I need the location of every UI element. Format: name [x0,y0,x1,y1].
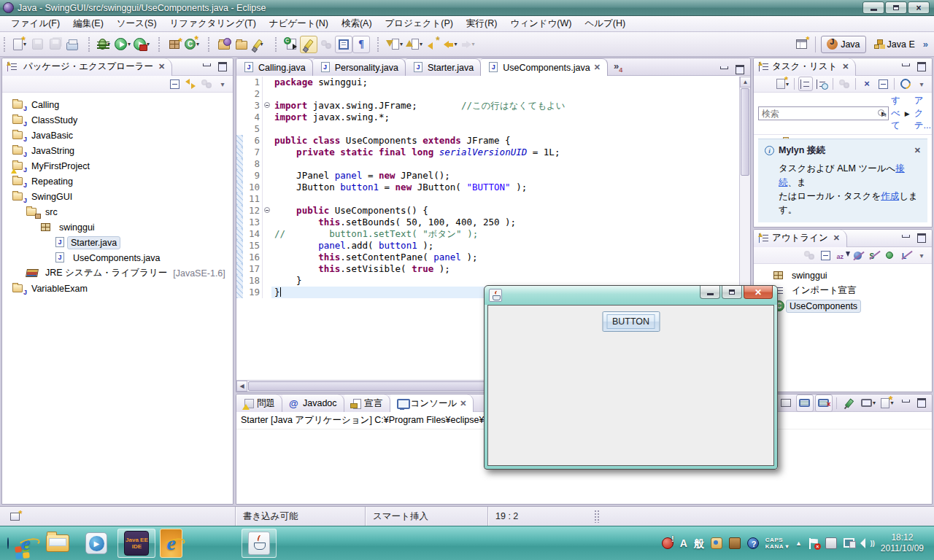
close-tab-icon[interactable]: ✕ [594,63,601,72]
pin-console-button[interactable] [841,394,858,412]
editor-tab[interactable]: Starter.java [406,58,481,76]
ime-palette-icon[interactable] [711,537,722,549]
tree-item[interactable]: JCalling [2,97,233,112]
menu-item[interactable]: 編集(E) [66,16,110,31]
console-tab-declaration[interactable]: 宣言 [344,394,390,412]
vertical-scroll-thumb[interactable] [741,88,749,176]
view-menu-button[interactable] [215,77,230,91]
maximize-view-button[interactable] [915,397,928,408]
link-editor-button[interactable] [183,77,198,91]
console-tab-console[interactable]: コンソール✕ [390,394,474,412]
editor-tab[interactable]: Calling.java [236,58,313,76]
collapse-all-button[interactable] [818,248,833,262]
ime-toolbox-icon[interactable] [729,537,741,549]
perspective-java-button[interactable]: Java [821,36,865,53]
editor-tab[interactable]: Personality.java [313,58,406,76]
menu-item[interactable]: 検索(A) [335,16,379,31]
back-button[interactable]: ▾ [441,36,459,53]
scroll-left-button[interactable]: ◀ [236,381,247,392]
volume-icon[interactable] [862,537,874,549]
open-console-button[interactable]: ▾ [879,394,896,412]
taskbar-clock[interactable]: 18:12 2011/10/09 [881,532,924,554]
task-search-input[interactable] [758,106,889,120]
outline-item[interactable]: swinggui [754,268,932,283]
menu-item[interactable]: 実行(R) [460,16,503,31]
search-button[interactable]: ▾ [250,36,268,53]
power-plug-icon[interactable] [825,537,837,549]
collapse-all-button[interactable] [167,77,182,91]
show-source-button[interactable] [335,36,352,53]
console-tab-problems[interactable]: 問題 [236,394,282,412]
task-list-tab[interactable]: タスク・リスト ✕ [754,58,856,76]
scroll-up-button[interactable]: ▲ [740,77,751,88]
hide-fields-button[interactable] [850,248,865,262]
update-notification-icon[interactable] [662,537,674,549]
maximize-view-button[interactable] [915,61,928,72]
console-tab-javadoc[interactable]: Javadoc [282,394,344,412]
dropdown-arrow-icon[interactable]: ▾ [455,41,458,47]
restore-window-button[interactable] [885,1,907,14]
start-orb-icon[interactable] [7,537,9,549]
close-window-button[interactable]: × [908,1,930,14]
fast-view-button[interactable] [6,508,23,525]
package-explorer-tab[interactable]: パッケージ・エクスプローラー ✕ [2,58,172,76]
caps-kana-indicator[interactable]: CAPS KANA ▾ [765,537,789,550]
ime-mode-indicator[interactable]: 般 [694,537,704,549]
tree-item[interactable]: src [2,204,233,219]
view-menu-button[interactable] [914,248,929,262]
taskbar-wmp-button[interactable]: ▶ [80,529,113,558]
run-external-button[interactable]: ▾ [132,36,151,53]
action-center-icon[interactable]: × [808,538,819,549]
synchronize-button[interactable] [898,77,913,91]
hide-static-button[interactable] [866,248,881,262]
run-button[interactable]: ▾ [113,36,132,53]
maximize-view-button[interactable] [915,233,928,244]
ime-alpha-indicator[interactable]: A [680,537,687,549]
dropdown-arrow-icon[interactable]: ▾ [420,41,422,47]
new-class-button[interactable]: ▾ [183,36,201,53]
sort-button[interactable] [834,248,849,262]
hide-nonpublic-button[interactable] [882,248,897,262]
dropdown-arrow-icon[interactable]: ▾ [873,400,876,406]
ime-help-icon[interactable] [747,537,759,549]
minimize-view-button[interactable] [899,233,912,244]
outline-item[interactable]: インポート宣言 [754,283,932,298]
filter-all-link[interactable]: すべて [891,95,900,132]
dropdown-arrow-icon[interactable]: ▾ [128,41,131,47]
display-console-button[interactable]: ▾ [860,394,877,412]
menu-item[interactable]: ヘルプ(H) [578,16,632,31]
tree-item[interactable]: JSwingGUI [2,189,233,204]
collapse-marker-icon[interactable] [264,102,270,108]
mark-occurrences-button[interactable] [300,36,317,53]
dropdown-arrow-icon[interactable]: ▾ [400,41,403,47]
taskbar-java-app-button[interactable] [242,529,277,558]
open-type-button[interactable] [215,36,233,53]
scheduled-button[interactable] [814,77,829,91]
swing-close-button[interactable]: ✕ [744,286,773,299]
menu-item[interactable]: ウィンドウ(W) [503,16,578,31]
tree-item[interactable]: JClassStudy [2,112,233,128]
tree-item[interactable]: JRE システム・ライブラリー[JavaSE-1.6] [2,265,233,281]
open-resource-button[interactable] [233,36,250,53]
hide-locals-button[interactable] [898,248,913,262]
tree-item[interactable]: JMyFirstProject [2,158,233,174]
collapse-marker-icon[interactable] [264,207,270,213]
last-edit-location-button[interactable] [424,36,441,53]
clear-console-button[interactable] [777,394,795,412]
swing-button[interactable]: BUTTON [602,311,660,332]
next-annotation-button[interactable]: ▾ [385,36,404,53]
new-java-project-button[interactable] [166,36,183,53]
hide-completed-button[interactable] [860,77,874,91]
show-hidden-icons-button[interactable]: ▲ [795,540,802,547]
tree-item[interactable]: JJavaBasic [2,128,233,143]
swing-minimize-button[interactable] [700,286,720,299]
mylyn-link[interactable]: 作成 [881,191,899,201]
swing-titlebar[interactable]: ✕ [485,286,777,305]
minimize-window-button[interactable] [862,1,884,14]
filter-active-link[interactable]: アクテ... [914,95,931,132]
maximize-view-button[interactable] [216,61,229,72]
previous-annotation-button[interactable]: ▾ [404,36,424,53]
taskbar-ie-window-button[interactable]: e [160,529,182,558]
type-hierarchy-button[interactable] [282,36,300,53]
editor-tab-overflow-icon[interactable]: »4 [614,61,622,74]
